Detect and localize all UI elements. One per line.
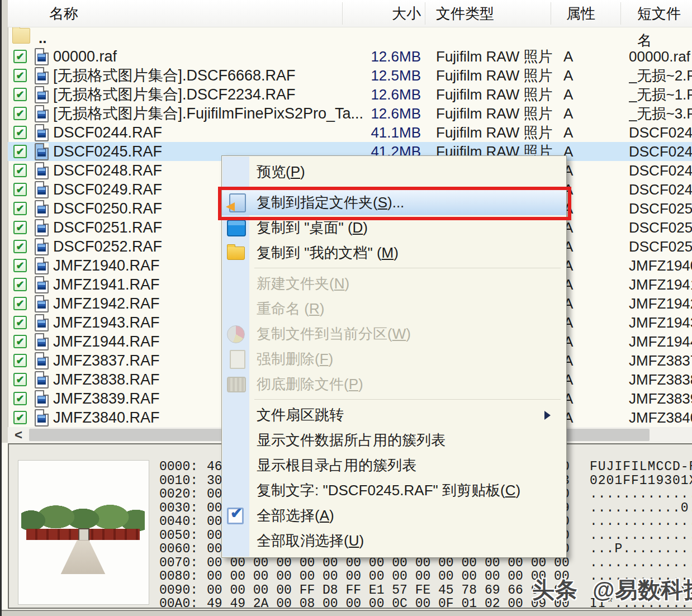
file-name: JMFZ3838.RAF	[53, 370, 160, 389]
red-annotation-box	[218, 187, 571, 220]
scroll-left-icon[interactable]: <	[10, 427, 27, 443]
window-left-edge	[0, 0, 2, 616]
menu-item-label: 复制文件到当前分区(W)	[257, 324, 411, 344]
column-header-size[interactable]: 大小	[342, 0, 421, 27]
column-divider	[342, 2, 343, 25]
file-shortname: JMFZ1940	[629, 256, 692, 275]
checkbox-checked-icon[interactable]	[13, 164, 27, 177]
checkbox-checked-icon[interactable]	[13, 69, 27, 82]
file-name: JMFZ3839.RAF	[53, 389, 160, 408]
photo-gate	[78, 528, 89, 541]
photo-preview	[21, 489, 145, 574]
file-size: 41.1MB	[342, 123, 421, 142]
file-name: JMFZ1941.RAF	[53, 275, 160, 294]
column-header-type[interactable]: 文件类型	[436, 0, 494, 27]
hex-ascii: ................	[590, 487, 692, 501]
checkbox-checked-icon[interactable]	[13, 354, 27, 367]
checkbox-checked-icon[interactable]	[13, 107, 27, 120]
checkbox-checked-icon[interactable]	[13, 202, 27, 215]
hex-ascii: ...........0....	[590, 501, 692, 515]
raw-file-icon	[35, 86, 49, 103]
raw-file-icon	[35, 105, 49, 122]
menu-item[interactable]: 显示文件数据所占用的簇列表	[222, 428, 566, 453]
file-row[interactable]: DSCF0244.RAF41.1MBFujifilm RAW 照片ADSCF02…	[8, 123, 692, 142]
checkbox-checked-icon[interactable]	[13, 50, 27, 63]
raw-file-icon	[35, 238, 49, 255]
desktop-icon	[227, 220, 246, 236]
file-row[interactable]: 00000.raf12.6MBFujifilm RAW 照片A00000.raf	[8, 47, 692, 66]
checkbox-checked-icon[interactable]	[13, 259, 27, 272]
menu-item[interactable]: 预览(P)	[222, 159, 566, 184]
file-size: 12.6MB	[342, 85, 421, 104]
file-type: Fujifilm RAW 照片	[436, 123, 552, 142]
menu-item[interactable]: 复制文字: "DSCF0245.RAF" 到剪贴板(C)	[222, 478, 566, 503]
menu-item-label: 复制到 "我的文档" (M)	[257, 243, 399, 263]
checkbox-checked-icon[interactable]	[13, 240, 27, 253]
checkbox-checked-icon[interactable]	[13, 183, 27, 196]
column-header-name[interactable]: 名称	[49, 0, 78, 27]
file-name: [无损格式图片集合].DSCF6668.RAF	[53, 66, 296, 85]
raw-file-icon	[35, 257, 49, 274]
file-name: DSCF0251.RAF	[53, 218, 162, 237]
raw-file-icon	[35, 162, 49, 179]
hex-offset: 00A0:	[159, 596, 198, 611]
checkbox-checked-icon[interactable]	[13, 221, 27, 234]
hex-bytes: 49 49 2A 00 08 00 00 00 0C 00 0F 01 02 0…	[207, 596, 570, 611]
file-type: Fujifilm RAW 照片	[436, 104, 552, 123]
column-divider	[620, 2, 621, 25]
column-header-attr[interactable]: 属性	[566, 0, 595, 27]
file-name: [无损格式图片集合].FujifilmFinePixS2Pro_Ta...	[53, 104, 363, 123]
checkbox-checked-icon[interactable]	[13, 88, 27, 101]
checkbox-checked-icon[interactable]	[13, 297, 27, 310]
menu-item-label: 复制文字: "DSCF0245.RAF" 到剪贴板(C)	[257, 481, 520, 500]
menu-item[interactable]: 全部选择(A)	[222, 503, 566, 528]
parent-folder-row[interactable]: ..	[8, 27, 692, 47]
menu-item: 彻底删除文件(P)	[222, 372, 566, 397]
hex-ascii: ................	[590, 528, 692, 543]
file-size: 12.6MB	[342, 104, 421, 123]
menu-separator	[254, 399, 561, 400]
file-size: 12.5MB	[342, 66, 421, 85]
checkbox-checked-icon[interactable]	[13, 126, 27, 139]
file-shortname: DSCF0249	[629, 180, 692, 199]
checkbox-checked-icon[interactable]	[13, 373, 27, 386]
menu-item-label: 预览(P)	[257, 162, 305, 182]
file-row[interactable]: [无损格式图片集合].FujifilmFinePixS2Pro_Ta...12.…	[8, 104, 692, 123]
menu-item[interactable]: 复制到 "我的文档" (M)	[222, 240, 566, 266]
checkbox-checked-icon[interactable]	[13, 411, 27, 424]
menu-item[interactable]: 全部取消选择(U)	[222, 528, 566, 553]
file-shortname: JMFZ1941	[629, 275, 692, 294]
menu-item-label: 新建文件夹(N)	[257, 274, 349, 293]
file-name: 00000.raf	[53, 47, 117, 66]
menu-item[interactable]: 文件扇区跳转	[222, 402, 566, 428]
checkbox-checked-icon[interactable]	[13, 278, 27, 291]
file-name: DSCF0250.RAF	[53, 199, 162, 218]
file-shortname: DSCF0248	[629, 161, 692, 180]
file-shortname: _无损~1.R	[629, 85, 692, 104]
file-name: DSCF0249.RAF	[53, 180, 162, 199]
menu-item[interactable]: 显示根目录占用的簇列表	[222, 453, 566, 478]
file-size: 12.6MB	[342, 47, 421, 66]
raw-file-icon	[35, 276, 49, 293]
file-shortname: JMFZ1942	[629, 294, 692, 313]
column-divider	[425, 2, 425, 25]
file-row[interactable]: [无损格式图片集合].DSCF6668.RAF12.5MBFujifilm RA…	[8, 66, 692, 85]
file-name: JMFZ1942.RAF	[53, 294, 160, 313]
file-type: Fujifilm RAW 照片	[436, 47, 552, 66]
checkbox-checked-icon[interactable]	[13, 316, 27, 329]
raw-file-icon	[35, 409, 49, 427]
file-shortname: DSCF0244	[629, 123, 692, 142]
window-bottom-strip	[0, 610, 692, 616]
checkbox-checked-icon[interactable]	[13, 335, 27, 348]
raw-file-icon	[35, 200, 49, 217]
my-documents-icon	[227, 247, 245, 260]
hex-offset: 0090:	[159, 583, 198, 598]
file-attributes: A	[563, 123, 573, 142]
file-name: DSCF0245.RAF	[53, 142, 162, 161]
file-row[interactable]: [无损格式图片集合].DSCF2234.RAF12.6MBFujifilm RA…	[8, 85, 692, 104]
checkbox-checked-icon[interactable]	[13, 392, 27, 405]
checkbox-checked-icon[interactable]	[13, 145, 27, 158]
hex-offset: 0040:	[159, 514, 198, 529]
hex-offset: 0020:	[159, 487, 198, 501]
column-header-shortname[interactable]: 短文件名	[637, 0, 692, 54]
